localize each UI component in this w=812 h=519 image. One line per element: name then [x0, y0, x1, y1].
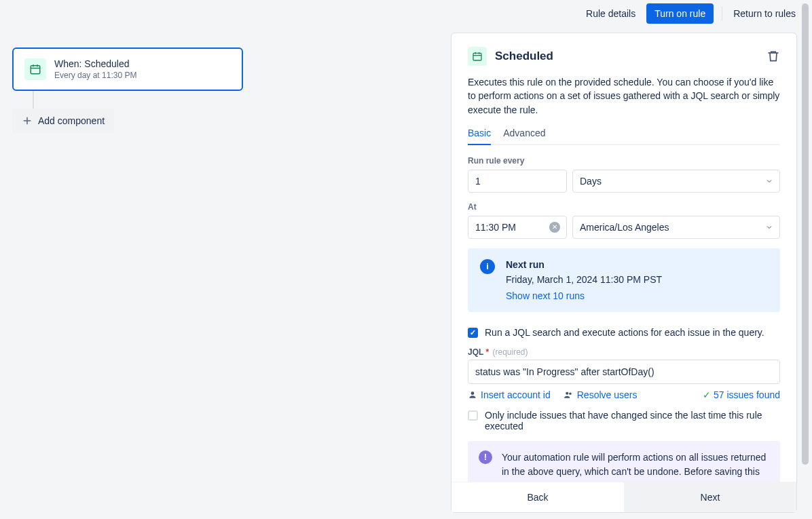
- trigger-title: When: Scheduled: [54, 58, 136, 69]
- tab-advanced[interactable]: Advanced: [503, 128, 545, 144]
- panel-title: Scheduled: [495, 50, 758, 63]
- return-to-rules-link[interactable]: Return to rules: [731, 4, 798, 23]
- only-changed-label: Only include issues that have changed si…: [485, 410, 780, 431]
- issues-found-link[interactable]: ✓ 57 issues found: [703, 389, 780, 400]
- page-scrollbar-track[interactable]: [801, 1, 811, 518]
- user-icon: [468, 390, 477, 400]
- clear-time-button[interactable]: ✕: [549, 222, 560, 233]
- run-every-unit-select[interactable]: Days: [572, 170, 780, 193]
- calendar-icon: [24, 58, 46, 80]
- plus-icon: [22, 115, 33, 126]
- panel-description: Executes this rule on the provided sched…: [468, 75, 780, 117]
- topbar-divider: [722, 7, 722, 20]
- trigger-subtitle: Every day at 11:30 PM: [54, 71, 136, 80]
- next-run-title: Next run: [506, 259, 662, 270]
- insert-account-id-link[interactable]: Insert account id: [468, 389, 551, 400]
- warning-text: Your automation rule will perform action…: [502, 450, 769, 482]
- calendar-icon: [468, 47, 487, 66]
- run-every-unit-value: Days: [572, 170, 780, 193]
- page-scrollbar-thumb[interactable]: [802, 3, 809, 465]
- jql-search-checkbox-label: Run a JQL search and execute actions for…: [485, 327, 764, 338]
- timezone-select[interactable]: America/Los Angeles: [572, 216, 780, 239]
- svg-point-10: [471, 391, 475, 395]
- svg-point-11: [566, 392, 568, 395]
- jql-label: JQL * (required): [468, 347, 780, 357]
- panel-footer: Back Next: [451, 482, 796, 512]
- rule-details-link[interactable]: Rule details: [583, 4, 638, 23]
- resolve-users-link[interactable]: Resolve users: [563, 389, 638, 400]
- check-icon: ✓: [703, 389, 711, 400]
- add-component-label: Add component: [38, 115, 105, 126]
- show-next-runs-link[interactable]: Show next 10 runs: [506, 290, 662, 301]
- run-every-value-input[interactable]: [468, 170, 567, 193]
- topbar: Rule details Turn on rule Return to rule…: [583, 0, 798, 27]
- tabs: Basic Advanced: [468, 128, 780, 145]
- delete-button[interactable]: [767, 50, 780, 63]
- next-run-value: Friday, March 1, 2024 11:30 PM PST: [506, 274, 662, 285]
- info-icon: i: [480, 259, 495, 274]
- users-icon: [563, 390, 574, 400]
- at-label: At: [468, 202, 780, 212]
- svg-point-12: [569, 392, 572, 395]
- svg-rect-0: [31, 66, 40, 74]
- rule-canvas: When: Scheduled Every day at 11:30 PM Ad…: [12, 47, 243, 133]
- warning-box: ! Your automation rule will perform acti…: [468, 441, 780, 482]
- trigger-card-scheduled[interactable]: When: Scheduled Every day at 11:30 PM: [12, 47, 243, 91]
- next-button[interactable]: Next: [624, 482, 796, 512]
- next-run-info: i Next run Friday, March 1, 2024 11:30 P…: [468, 248, 780, 312]
- config-panel: Scheduled Executes this rule on the prov…: [451, 33, 797, 513]
- back-button[interactable]: Back: [451, 482, 624, 512]
- connector-line: [33, 91, 34, 109]
- add-component-button[interactable]: Add component: [12, 109, 114, 133]
- turn-on-rule-button[interactable]: Turn on rule: [646, 3, 714, 24]
- svg-rect-6: [473, 53, 481, 60]
- trash-icon: [767, 50, 780, 63]
- jql-search-checkbox[interactable]: [468, 328, 478, 338]
- timezone-value: America/Los Angeles: [572, 216, 780, 239]
- tab-basic[interactable]: Basic: [468, 128, 491, 145]
- only-changed-checkbox[interactable]: [468, 410, 478, 421]
- jql-input[interactable]: [468, 360, 780, 384]
- run-every-label: Run rule every: [468, 156, 780, 166]
- warning-icon: !: [479, 450, 492, 464]
